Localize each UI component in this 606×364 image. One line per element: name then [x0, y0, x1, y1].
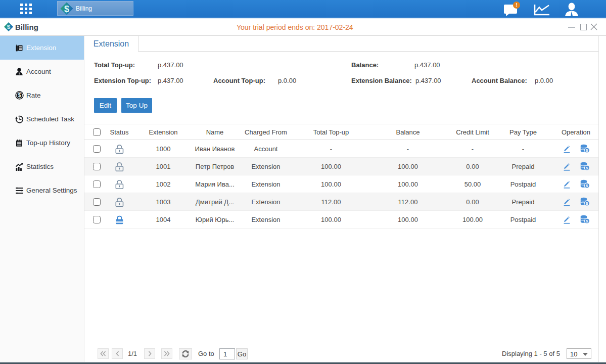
svg-text:!: ! [516, 3, 517, 8]
svg-text:$: $ [586, 148, 588, 153]
svg-text:$: $ [64, 4, 69, 14]
svg-text:$: $ [586, 166, 588, 170]
svg-text:$: $ [586, 219, 588, 223]
svg-text:$: $ [586, 201, 588, 206]
svg-text:$: $ [18, 93, 21, 98]
svg-text:$: $ [7, 23, 11, 30]
svg-text:$: $ [586, 184, 588, 188]
